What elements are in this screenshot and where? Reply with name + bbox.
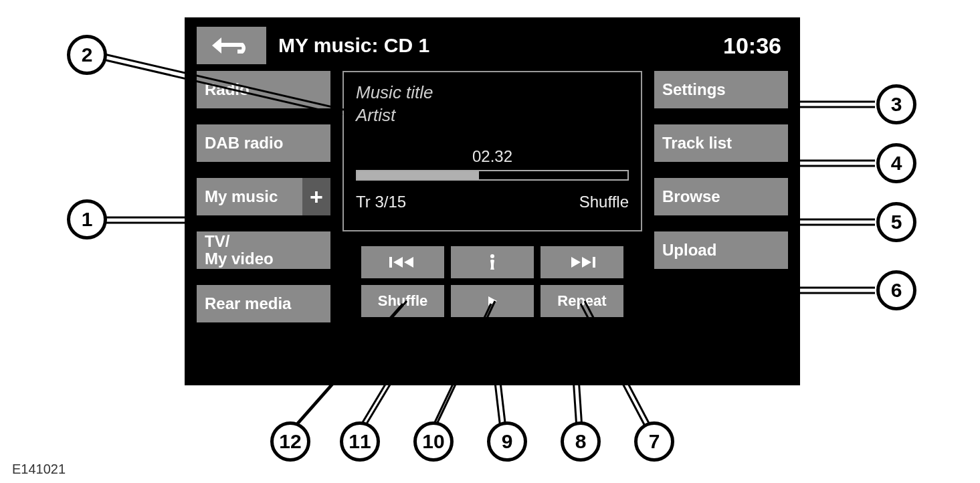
play-icon bbox=[486, 295, 498, 307]
progress-bar[interactable] bbox=[356, 170, 629, 181]
menu-label: Settings bbox=[662, 80, 726, 99]
svg-rect-6 bbox=[593, 257, 595, 268]
menu-label: Radio bbox=[205, 80, 250, 99]
menu-track-list[interactable]: Track list bbox=[654, 124, 788, 162]
callout-3: 3 bbox=[876, 84, 916, 124]
play-mode: Shuffle bbox=[579, 193, 629, 211]
back-arrow-icon bbox=[211, 35, 252, 56]
menu-label: TV/ My video bbox=[205, 233, 274, 268]
menu-label: Track list bbox=[662, 134, 732, 153]
svg-marker-2 bbox=[404, 257, 413, 268]
body: Radio DAB radio My music + TV/ My video … bbox=[185, 71, 800, 322]
artist-name: Artist bbox=[356, 104, 629, 127]
menu-upload[interactable]: Upload bbox=[654, 231, 788, 269]
callout-10: 10 bbox=[413, 421, 454, 462]
svg-rect-0 bbox=[389, 257, 392, 268]
callout-6: 6 bbox=[876, 270, 916, 310]
callout-11: 11 bbox=[340, 421, 380, 462]
button-label: Repeat bbox=[557, 292, 606, 310]
callout-1: 1 bbox=[67, 199, 107, 239]
menu-dab-radio[interactable]: DAB radio bbox=[197, 124, 330, 162]
callout-9: 9 bbox=[487, 421, 527, 462]
callout-8: 8 bbox=[561, 421, 601, 462]
callout-2: 2 bbox=[67, 35, 107, 75]
svg-marker-5 bbox=[582, 257, 591, 268]
plus-icon[interactable]: + bbox=[302, 178, 330, 215]
header: MY music: CD 1 10:36 bbox=[185, 17, 800, 71]
progress-fill bbox=[357, 171, 479, 179]
repeat-button[interactable]: Repeat bbox=[541, 285, 623, 317]
menu-label: Browse bbox=[662, 187, 720, 206]
info-button[interactable] bbox=[451, 246, 534, 278]
button-label: Shuffle bbox=[378, 292, 428, 310]
svg-marker-1 bbox=[393, 257, 403, 268]
menu-settings[interactable]: Settings bbox=[654, 71, 788, 108]
menu-my-music[interactable]: My music + bbox=[197, 178, 330, 215]
callout-7: 7 bbox=[634, 421, 674, 462]
menu-tv-my-video[interactable]: TV/ My video bbox=[197, 231, 330, 269]
menu-label: Upload bbox=[662, 241, 716, 260]
menu-rear-media[interactable]: Rear media bbox=[197, 285, 330, 322]
menu-label: My music bbox=[205, 187, 278, 206]
skip-back-icon bbox=[389, 256, 416, 269]
prev-track-button[interactable] bbox=[361, 246, 444, 278]
svg-point-3 bbox=[490, 254, 494, 258]
svg-marker-7 bbox=[488, 296, 497, 306]
next-track-button[interactable] bbox=[541, 246, 623, 278]
menu-browse[interactable]: Browse bbox=[654, 178, 788, 215]
shuffle-button[interactable]: Shuffle bbox=[361, 285, 444, 317]
clock: 10:36 bbox=[723, 33, 788, 59]
skip-forward-icon bbox=[569, 256, 595, 269]
right-menu: Settings Track list Browse Upload bbox=[654, 71, 788, 322]
track-counter: Tr 3/15 bbox=[356, 193, 406, 211]
figure-id: E141021 bbox=[12, 462, 66, 477]
track-info-row: Tr 3/15 Shuffle bbox=[356, 193, 629, 211]
menu-radio[interactable]: Radio bbox=[197, 71, 330, 108]
page-title: MY music: CD 1 bbox=[278, 34, 723, 57]
info-icon bbox=[488, 254, 497, 271]
elapsed-time: 02.32 bbox=[356, 147, 629, 166]
left-menu: Radio DAB radio My music + TV/ My video … bbox=[197, 71, 330, 322]
center-panel: Music title Artist 02.32 Tr 3/15 Shuffle bbox=[342, 71, 642, 322]
play-button[interactable] bbox=[451, 285, 534, 317]
back-button[interactable] bbox=[197, 27, 266, 64]
callout-5: 5 bbox=[876, 202, 916, 242]
music-title: Music title bbox=[356, 82, 629, 104]
svg-marker-4 bbox=[571, 257, 581, 268]
menu-label: DAB radio bbox=[205, 134, 283, 153]
menu-label: Rear media bbox=[205, 294, 291, 313]
transport-controls: Shuffle Repeat bbox=[361, 246, 623, 317]
callout-12: 12 bbox=[270, 421, 310, 462]
infotainment-screen: MY music: CD 1 10:36 Radio DAB radio My … bbox=[185, 17, 800, 385]
now-playing-box: Music title Artist 02.32 Tr 3/15 Shuffle bbox=[342, 71, 642, 231]
callout-4: 4 bbox=[876, 143, 916, 183]
